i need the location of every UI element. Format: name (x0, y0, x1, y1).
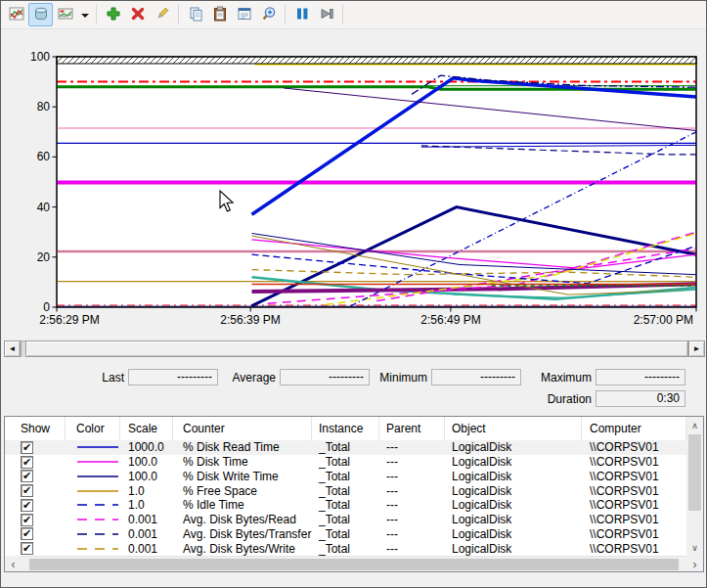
table-row[interactable]: ✔ 1.0 % Idle Time _Total --- LogicalDisk… (5, 498, 686, 513)
performance-graph: 1008060402002:56:29 PM2:56:39 PM2:56:49 … (1, 29, 707, 335)
show-checkbox[interactable]: ✔ (21, 527, 33, 540)
parent-value: --- (379, 483, 445, 498)
counter-name: Avg. Disk Bytes/Transfer (173, 527, 312, 542)
last-label: Last (66, 370, 124, 385)
toolbar-separator (342, 5, 343, 24)
computer-value: \\CORPSV01 (582, 483, 686, 498)
column-header-scale[interactable]: Scale (120, 417, 173, 440)
scroll-right-button[interactable]: ► (688, 340, 705, 357)
time-range-scrollbar[interactable]: ◄ ► (4, 340, 705, 357)
table-row[interactable]: ✔ 0.001 Avg. Disk Bytes/Write _Total ---… (5, 541, 686, 556)
object-value: LogicalDisk (445, 483, 582, 498)
column-header-counter[interactable]: Counter (173, 417, 312, 440)
show-checkbox[interactable]: ✔ (21, 542, 33, 555)
scrollbar-thumb[interactable] (25, 340, 688, 357)
column-header-parent[interactable]: Parent (379, 417, 445, 440)
red-x-icon (130, 6, 146, 24)
scale-value: 0.001 (120, 541, 173, 556)
y-axis-label: 100 (30, 50, 50, 64)
properties-icon (237, 6, 252, 24)
view-current-activity-button[interactable] (4, 3, 28, 26)
arrow-down-icon: ∨ (691, 543, 698, 553)
scale-value: 0.001 (120, 527, 173, 542)
zoom-button[interactable] (256, 3, 281, 26)
check-icon: ✔ (22, 543, 31, 554)
average-value: --------- (280, 369, 370, 385)
computer-value: \\CORPSV01 (582, 513, 686, 527)
show-checkbox[interactable]: ✔ (21, 441, 33, 454)
performance-monitor-window: 1008060402002:56:29 PM2:56:39 PM2:56:49 … (0, 0, 707, 588)
highlight-button[interactable] (150, 3, 174, 26)
scroll-left-button[interactable]: ◄ (4, 340, 21, 357)
table-row[interactable]: ✔ 100.0 % Disk Write Time _Total --- Log… (5, 470, 686, 484)
check-icon: ✔ (22, 457, 31, 468)
show-checkbox[interactable]: ✔ (21, 499, 33, 512)
counter-legend-table: Show Color Scale Counter Instance Parent… (4, 416, 704, 572)
show-checkbox[interactable]: ✔ (21, 456, 33, 469)
table-vertical-scrollbar[interactable]: ∧ ∨ (686, 417, 703, 556)
last-value: --------- (128, 369, 218, 385)
computer-value: \\CORPSV01 (582, 455, 686, 470)
y-axis-label: 40 (37, 201, 51, 214)
parent-value: --- (379, 527, 445, 542)
horizontal-scrollbar-thumb[interactable] (29, 559, 679, 570)
table-row[interactable]: ✔ 100.0 % Disk Time _Total --- LogicalDi… (5, 455, 686, 470)
scroll-left-button[interactable]: ‹ (5, 556, 22, 572)
column-header-show[interactable]: Show (5, 417, 66, 440)
add-counter-button[interactable] (101, 3, 125, 26)
check-icon: ✔ (22, 485, 31, 496)
copy-icon (188, 6, 203, 24)
instance-value: _Total (312, 541, 379, 556)
update-data-button[interactable] (314, 3, 338, 26)
counter-name: % Free Space (173, 483, 312, 498)
vertical-scrollbar-thumb[interactable] (688, 434, 701, 511)
counter-name: % Disk Write Time (173, 470, 312, 484)
copy-properties-button[interactable] (183, 3, 207, 26)
table-row[interactable]: ✔ 1000.0 % Disk Read Time _Total --- Log… (5, 440, 686, 455)
scale-value: 0.001 (120, 513, 173, 527)
instance-value: _Total (312, 440, 379, 455)
table-rows: ✔ 1000.0 % Disk Read Time _Total --- Log… (5, 440, 686, 556)
properties-button[interactable] (232, 3, 256, 26)
table-row[interactable]: ✔ 0.001 Avg. Disk Bytes/Transfer _Total … (5, 527, 686, 542)
change-graph-type-button[interactable] (53, 3, 77, 26)
freeze-display-button[interactable] (289, 3, 314, 26)
instance-value: _Total (312, 527, 379, 542)
table-horizontal-scrollbar[interactable]: ‹ › (5, 556, 703, 571)
check-icon: ✔ (22, 515, 31, 525)
table-row[interactable]: ✔ 1.0 % Free Space _Total --- LogicalDis… (5, 483, 686, 498)
check-icon: ✔ (22, 471, 31, 481)
object-value: LogicalDisk (445, 470, 582, 484)
column-header-object[interactable]: Object (445, 417, 582, 440)
table-header: Show Color Scale Counter Instance Parent… (5, 417, 686, 440)
check-icon: ✔ (22, 528, 31, 539)
arrow-right-icon: › (693, 558, 697, 571)
parent-value: --- (379, 541, 445, 556)
show-checkbox[interactable]: ✔ (21, 470, 33, 482)
column-header-computer[interactable]: Computer (582, 417, 686, 440)
scale-value: 1.0 (120, 498, 173, 513)
counter-name: Avg. Disk Bytes/Read (173, 513, 312, 527)
y-axis-label: 0 (43, 300, 50, 314)
table-row[interactable]: ✔ 0.001 Avg. Disk Bytes/Read _Total --- … (5, 513, 686, 527)
paste-counter-list-button[interactable] (207, 3, 232, 26)
show-checkbox[interactable]: ✔ (21, 484, 33, 497)
column-header-color[interactable]: Color (66, 417, 120, 440)
minimum-label: Minimum (369, 370, 427, 385)
instance-value: _Total (312, 513, 379, 527)
column-header-instance[interactable]: Instance (312, 417, 379, 440)
graph-picture-icon (58, 6, 73, 24)
show-checkbox[interactable]: ✔ (21, 514, 33, 526)
instance-value: _Total (312, 470, 379, 484)
scroll-down-button[interactable]: ∨ (686, 539, 703, 556)
graph-type-dropdown-button[interactable] (77, 3, 92, 26)
delete-counter-button[interactable] (125, 3, 150, 26)
computer-value: \\CORPSV01 (582, 498, 686, 513)
maximum-label: Maximum (533, 370, 592, 385)
view-log-data-button[interactable] (28, 3, 53, 26)
scroll-right-button[interactable]: › (686, 556, 703, 572)
green-plus-icon (106, 6, 121, 24)
magnifier-icon (261, 6, 277, 24)
scroll-up-button[interactable]: ∧ (686, 417, 703, 433)
parent-value: --- (379, 440, 445, 455)
